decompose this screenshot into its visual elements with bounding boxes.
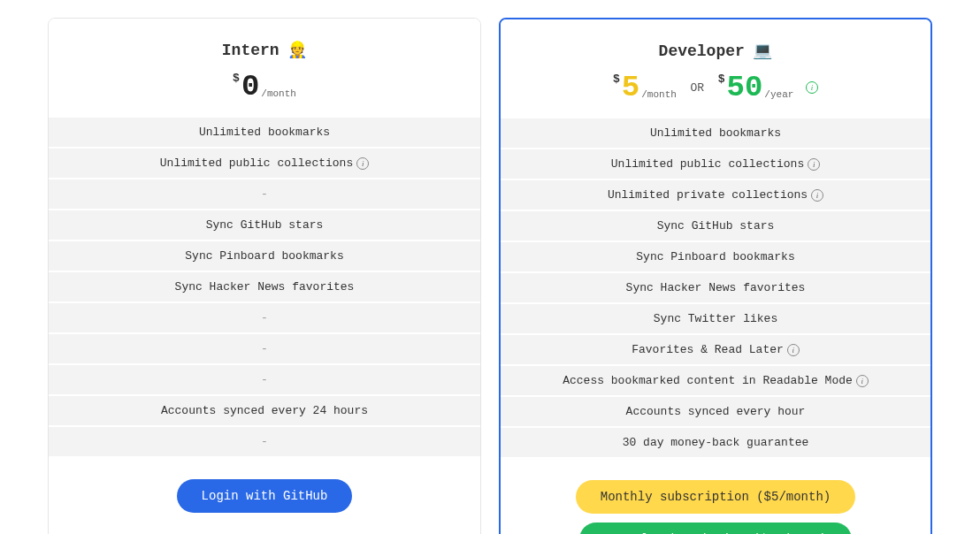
- info-icon[interactable]: i: [806, 81, 818, 94]
- feature-text: Unlimited private collections: [608, 188, 808, 202]
- feature-dash: -: [261, 342, 268, 355]
- feature-text: Unlimited public collections: [611, 157, 804, 171]
- plan-title-row: Intern 👷: [49, 40, 480, 59]
- feature-item: -: [49, 365, 480, 396]
- card-header: Developer 💻 $ 5 /month OR $ 50 /year i: [501, 19, 930, 118]
- feature-item: Unlimited public collectionsi: [501, 149, 930, 180]
- price-monthly: $ 5 /month: [613, 71, 677, 104]
- feature-text: Unlimited public collections: [160, 156, 353, 170]
- price-yearly: $ 50 /year: [718, 71, 794, 104]
- feature-dash: -: [261, 311, 268, 324]
- feature-item: -: [49, 427, 480, 458]
- feature-item: Favorites & Read Lateri: [501, 335, 930, 366]
- feature-list: Unlimited bookmarks Unlimited public col…: [501, 118, 930, 459]
- feature-text: Sync Twitter likes: [654, 312, 777, 325]
- pricing-card-intern: Intern 👷 $ 0 /month Unlimited bookmarks …: [48, 18, 481, 534]
- feature-item: Sync GitHub stars: [49, 210, 480, 241]
- price-or: OR: [690, 81, 704, 95]
- price-period: /month: [261, 88, 296, 99]
- feature-item: Unlimited public collectionsi: [49, 149, 480, 179]
- currency: $: [233, 72, 240, 85]
- annual-subscription-button[interactable]: Annual subscription ($50/year): [579, 523, 852, 534]
- feature-item: Access bookmarked content in Readable Mo…: [501, 366, 930, 397]
- feature-list: Unlimited bookmarks Unlimited public col…: [49, 118, 480, 458]
- login-github-button[interactable]: Login with GitHub: [177, 479, 353, 513]
- price-amount: 0: [241, 70, 259, 103]
- feature-text: Favorites & Read Later: [632, 343, 784, 356]
- feature-item: Sync Hacker News favorites: [49, 272, 480, 303]
- feature-dash: -: [261, 373, 268, 386]
- feature-item: Unlimited bookmarks: [501, 118, 930, 149]
- plan-title: Developer: [659, 42, 745, 60]
- feature-text: Sync Hacker News favorites: [175, 280, 355, 294]
- feature-item: -: [49, 334, 480, 365]
- feature-text: Sync Pinboard bookmarks: [636, 250, 794, 263]
- feature-text: Sync Pinboard bookmarks: [185, 249, 343, 263]
- plan-title: Intern: [222, 42, 279, 59]
- feature-text: Sync Hacker News favorites: [626, 281, 806, 294]
- feature-item: Unlimited private collectionsi: [501, 180, 930, 211]
- feature-item: -: [49, 303, 480, 334]
- cta-area: Login with GitHub: [49, 458, 480, 534]
- price-period: /year: [764, 89, 793, 100]
- feature-item: Unlimited bookmarks: [49, 118, 480, 149]
- card-header: Intern 👷 $ 0 /month: [49, 19, 480, 118]
- feature-text: Sync GitHub stars: [206, 218, 324, 232]
- cta-area: Monthly subscription ($5/month) Annual s…: [501, 459, 930, 534]
- feature-dash: -: [261, 435, 268, 448]
- feature-item: Sync Hacker News favorites: [501, 273, 930, 304]
- feature-dash: -: [261, 187, 268, 201]
- price-amount: 50: [727, 71, 763, 104]
- feature-item: Accounts synced every 24 hours: [49, 396, 480, 427]
- feature-item: 30 day money-back guarantee: [501, 428, 930, 459]
- info-icon[interactable]: i: [856, 375, 869, 387]
- feature-item: Sync Pinboard bookmarks: [501, 242, 930, 273]
- price-period: /month: [641, 89, 677, 100]
- plan-title-row: Developer 💻: [501, 41, 930, 60]
- currency: $: [718, 72, 725, 86]
- price: $ 0 /month: [233, 70, 296, 103]
- feature-item: -: [49, 179, 480, 210]
- price-amount: 5: [622, 71, 639, 104]
- info-icon[interactable]: i: [808, 158, 820, 171]
- price-block: $ 0 /month: [49, 70, 480, 103]
- feature-text: Sync GitHub stars: [657, 219, 775, 233]
- info-icon[interactable]: i: [787, 344, 800, 356]
- feature-text: Unlimited bookmarks: [650, 126, 781, 140]
- feature-text: Accounts synced every 24 hours: [161, 404, 368, 417]
- monthly-subscription-button[interactable]: Monthly subscription ($5/month): [576, 480, 855, 514]
- feature-text: Accounts synced every hour: [626, 405, 806, 418]
- currency: $: [613, 72, 620, 86]
- pricing-card-developer: Developer 💻 $ 5 /month OR $ 50 /year i U…: [499, 18, 932, 534]
- feature-item: Accounts synced every hour: [501, 397, 930, 428]
- feature-item: Sync Twitter likes: [501, 304, 930, 335]
- info-icon[interactable]: i: [356, 157, 369, 170]
- feature-text: Unlimited bookmarks: [199, 126, 330, 139]
- info-icon[interactable]: i: [811, 189, 823, 202]
- feature-item: Sync Pinboard bookmarks: [49, 241, 480, 272]
- plan-emoji: 💻: [753, 42, 772, 60]
- feature-item: Sync GitHub stars: [501, 211, 930, 242]
- plan-emoji: 👷: [287, 42, 307, 59]
- feature-text: Access bookmarked content in Readable Mo…: [563, 374, 853, 387]
- price-block: $ 5 /month OR $ 50 /year i: [501, 71, 930, 104]
- feature-text: 30 day money-back guarantee: [623, 436, 809, 449]
